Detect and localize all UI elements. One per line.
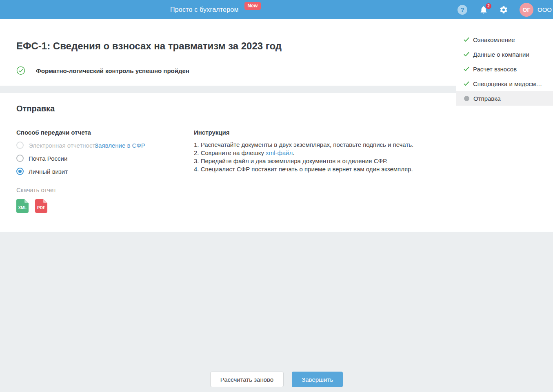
help-icon[interactable]: ?	[458, 5, 467, 15]
check-icon	[463, 66, 470, 72]
instruction-block: Инструкция 1. Распечатайте документы в д…	[194, 129, 439, 173]
radio-post-label[interactable]: Почта России	[29, 155, 67, 162]
current-step-dot-icon	[464, 96, 469, 101]
step-label: Ознакомление	[473, 36, 515, 43]
radio-personal-visit-label[interactable]: Личный визит	[29, 168, 68, 175]
recalculate-button[interactable]: Рассчитать заново	[210, 372, 284, 387]
wizard-steps-sidebar: Ознакомление Данные о компании Расчет вз…	[456, 19, 553, 232]
check-icon	[463, 80, 470, 87]
check-icon	[463, 36, 470, 43]
section-title: Отправка	[16, 104, 55, 113]
instruction-list: 1. Распечатайте документы в двух экземпл…	[194, 141, 439, 173]
check-circle-icon	[16, 66, 25, 75]
download-xml-button[interactable]: XML	[16, 199, 29, 215]
finish-button[interactable]: Завершить	[292, 372, 343, 387]
xml-file-icon: XML	[16, 199, 29, 213]
svg-text:XML: XML	[18, 206, 27, 210]
download-report-label: Скачать отчет	[16, 186, 56, 193]
instruction-step-2-period: .	[293, 149, 294, 156]
send-panel: Отправка Способ передачи отчета Электрон…	[0, 93, 456, 232]
radio-electronic	[16, 142, 24, 149]
step-label: Данные о компании	[473, 51, 529, 58]
delivery-method-radio-group: Электронная отчетность Почта России Личн…	[16, 142, 98, 181]
check-icon	[463, 51, 470, 58]
download-files: XML PDF	[16, 199, 47, 215]
sidebar-step-raschet-vznosov[interactable]: Расчет взносов	[456, 62, 553, 76]
notification-count-badge: 2	[485, 2, 492, 10]
radio-post[interactable]	[16, 155, 24, 162]
instruction-step-2: 2. Сохраните на флешку xml-файл.	[194, 149, 439, 157]
step-label: Спецоценка и медосм…	[473, 80, 542, 87]
step-label: Расчет взносов	[473, 66, 517, 73]
pdf-file-icon: PDF	[35, 199, 47, 213]
radio-option-personal-visit[interactable]: Личный визит	[16, 168, 98, 175]
footer-actions: Рассчитать заново Завершить	[0, 372, 553, 387]
top-header-bar: Просто с бухгалтером New ? 2 ОГ ООО	[0, 0, 553, 19]
radio-option-post[interactable]: Почта России	[16, 155, 98, 162]
sidebar-step-dannye-o-kompanii[interactable]: Данные о компании	[456, 47, 553, 62]
sidebar-step-oznakomlenie[interactable]: Ознакомление	[456, 32, 553, 47]
new-badge: New	[244, 2, 261, 10]
download-pdf-button[interactable]: PDF	[35, 199, 47, 215]
app-screen: Просто с бухгалтером New ? 2 ОГ ООО ЕФС-…	[0, 0, 553, 392]
gear-icon	[499, 5, 508, 14]
radio-option-electronic: Электронная отчетность	[16, 142, 98, 149]
app-title: Просто с бухгалтером	[170, 6, 239, 13]
step-label: Отправка	[473, 95, 501, 102]
instruction-step-2-text: 2. Сохраните на флешку	[194, 149, 266, 156]
sidebar-step-specocenka[interactable]: Спецоценка и медосм…	[456, 76, 553, 91]
validation-status-text: Форматно-логический контроль успешно про…	[36, 67, 189, 74]
radio-electronic-label: Электронная отчетность	[29, 142, 98, 149]
header-title-group: Просто с бухгалтером New	[170, 0, 261, 19]
settings-button[interactable]	[499, 5, 508, 14]
sidebar-step-otpravka[interactable]: Отправка	[456, 91, 553, 106]
company-name[interactable]: ООО	[537, 6, 552, 13]
sfr-application-link[interactable]: Заявление в СФР	[95, 142, 145, 149]
page-title: ЕФС-1: Сведения о взносах на травматизм …	[16, 40, 282, 52]
notifications-button[interactable]: 2	[479, 5, 488, 14]
svg-text:PDF: PDF	[37, 206, 45, 210]
radio-personal-visit[interactable]	[16, 168, 24, 175]
validation-status: Форматно-логический контроль успешно про…	[16, 66, 189, 75]
user-avatar[interactable]: ОГ	[520, 3, 533, 17]
method-label: Способ передачи отчета	[16, 129, 91, 136]
xml-file-link[interactable]: xml-файл	[266, 149, 293, 156]
header-actions: ? 2 ОГ ООО	[458, 0, 552, 19]
report-title-panel: ЕФС-1: Сведения о взносах на травматизм …	[0, 19, 456, 86]
instruction-step-1: 1. Распечатайте документы в двух экземпл…	[194, 141, 439, 149]
instruction-step-4: 4. Специалист СФР поставит печать о прие…	[194, 165, 439, 173]
instruction-step-3: 3. Передайте файл и два экземпляра докум…	[194, 157, 439, 165]
instruction-title: Инструкция	[194, 129, 439, 136]
